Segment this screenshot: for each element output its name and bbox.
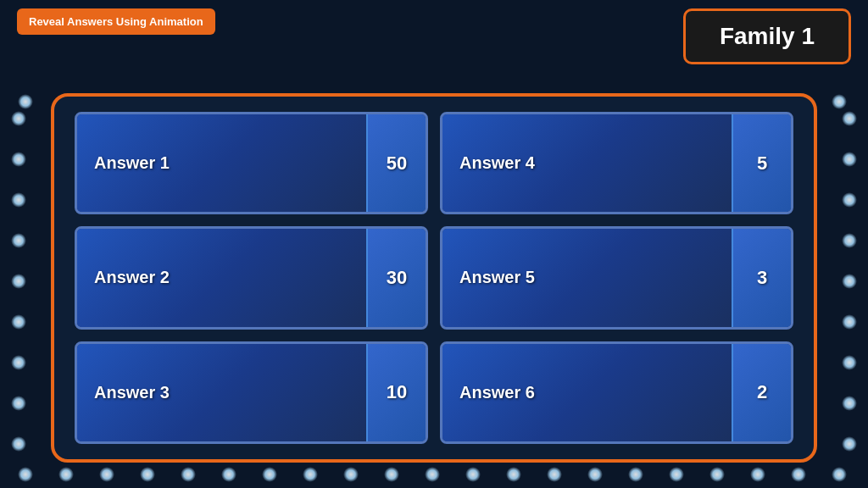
answer-text-1: Answer 1 — [77, 114, 366, 212]
answer-score-5: 3 — [732, 229, 791, 326]
light-dot — [18, 94, 33, 109]
game-board: Answer 150Answer 45Answer 230Answer 53An… — [51, 93, 817, 463]
light-dot — [11, 111, 26, 126]
light-dot — [832, 94, 847, 109]
light-dot — [791, 467, 806, 482]
light-dot — [303, 467, 318, 482]
light-dot — [11, 233, 26, 248]
light-dot — [262, 467, 277, 482]
light-dot — [11, 152, 26, 167]
light-dot — [18, 467, 33, 482]
light-dot — [11, 192, 26, 208]
light-dot — [506, 467, 521, 482]
answer-cell-2[interactable]: Answer 230 — [75, 226, 428, 329]
light-dot — [842, 314, 857, 330]
light-dot — [465, 467, 481, 482]
answer-score-3: 10 — [366, 344, 426, 441]
family-label: Family 1 — [683, 8, 851, 64]
light-dot — [11, 436, 26, 452]
answer-cell-6[interactable]: Answer 62 — [440, 341, 793, 444]
light-dot — [547, 467, 562, 482]
answer-score-4: 5 — [732, 114, 791, 212]
light-dot — [140, 467, 155, 482]
answer-text-5: Answer 5 — [442, 229, 732, 326]
light-dot — [11, 274, 26, 289]
light-dot — [750, 467, 765, 482]
answer-score-6: 2 — [732, 344, 791, 441]
answer-cell-3[interactable]: Answer 310 — [75, 341, 428, 444]
light-dot — [425, 467, 440, 482]
answer-score-1: 50 — [366, 114, 426, 212]
answer-text-4: Answer 4 — [442, 114, 732, 212]
light-dot — [832, 467, 847, 482]
light-dot — [58, 467, 74, 482]
answer-text-3: Answer 3 — [77, 344, 366, 441]
light-dot — [221, 467, 236, 482]
light-dot — [587, 467, 603, 482]
light-dot — [842, 152, 857, 167]
light-dot — [842, 396, 857, 411]
light-dot — [11, 355, 26, 370]
light-dot — [842, 233, 857, 248]
light-dot — [709, 467, 725, 482]
answer-score-2: 30 — [366, 229, 426, 326]
light-dot — [842, 111, 857, 126]
light-dot — [181, 467, 196, 482]
light-dot — [842, 192, 857, 208]
light-dot — [384, 467, 399, 482]
answer-text-2: Answer 2 — [77, 229, 366, 326]
light-dot — [11, 314, 26, 330]
answer-cell-4[interactable]: Answer 45 — [440, 112, 793, 214]
light-dot — [842, 436, 857, 452]
reveal-answers-button[interactable]: Reveal Answers Using Animation — [17, 8, 215, 35]
answer-text-6: Answer 6 — [442, 344, 732, 441]
light-dot — [842, 274, 857, 289]
light-dot — [343, 467, 359, 482]
answer-cell-1[interactable]: Answer 150 — [75, 112, 428, 214]
light-dot — [842, 355, 857, 370]
light-dot — [628, 467, 643, 482]
light-dot — [669, 467, 684, 482]
answer-cell-5[interactable]: Answer 53 — [440, 226, 793, 329]
light-dot — [99, 467, 114, 482]
light-dot — [11, 396, 26, 411]
